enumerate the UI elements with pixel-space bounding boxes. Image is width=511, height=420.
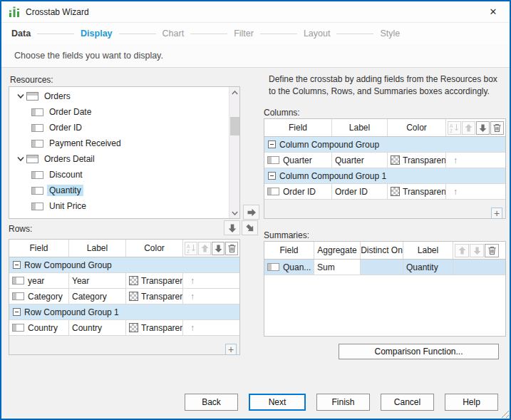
transparent-swatch-icon[interactable] bbox=[129, 323, 138, 332]
tree-item-payment-received[interactable]: Payment Received bbox=[9, 135, 229, 151]
sort-az-icon[interactable]: AZ bbox=[185, 242, 197, 255]
cancel-button[interactable]: Cancel bbox=[381, 394, 434, 411]
delete-icon[interactable] bbox=[485, 244, 499, 257]
column-header-distinct-on: Distinct On bbox=[361, 242, 403, 259]
columns-table-header: Field Label Color AZ bbox=[264, 119, 505, 137]
table-icon bbox=[26, 155, 38, 163]
delete-icon[interactable] bbox=[490, 121, 504, 135]
column-header-label: Label bbox=[403, 242, 453, 259]
move-up-icon[interactable] bbox=[462, 121, 475, 135]
step-divider bbox=[37, 34, 74, 34]
transparent-swatch-icon[interactable] bbox=[129, 276, 138, 285]
finish-button[interactable]: Finish bbox=[316, 394, 370, 411]
crosstab-chart-icon bbox=[9, 6, 20, 18]
delete-icon[interactable] bbox=[225, 242, 238, 255]
crosstab-wizard-dialog: Crosstab Wizard ✕ Data Display Chart Fil… bbox=[0, 0, 511, 420]
resources-label: Resources: bbox=[10, 75, 53, 85]
help-button[interactable]: Help bbox=[445, 394, 498, 411]
tree-item-orders-detail[interactable]: Orders Detail bbox=[9, 151, 229, 167]
aggregate-cell[interactable]: Sum bbox=[314, 260, 361, 275]
add-column-icon[interactable]: + bbox=[491, 208, 502, 219]
summaries-label: Summaries: bbox=[264, 230, 309, 240]
sort-ascending-icon[interactable]: ↑ bbox=[186, 276, 195, 286]
column-header-color: Color bbox=[388, 119, 446, 136]
scroll-up-icon[interactable] bbox=[229, 87, 240, 98]
collapse-minus-icon[interactable] bbox=[268, 172, 276, 180]
sort-ascending-icon[interactable]: ↑ bbox=[449, 187, 458, 197]
transparent-swatch-icon[interactable] bbox=[129, 292, 138, 301]
step-divider bbox=[336, 34, 373, 34]
add-to-rows-button[interactable] bbox=[224, 220, 240, 235]
rows-field-row-category[interactable]: Category Category Transparent ↑ bbox=[9, 289, 239, 304]
column-header-label: Label bbox=[69, 240, 126, 257]
tree-item-order-date[interactable]: Order Date bbox=[9, 104, 229, 120]
columns-field-row-order-id[interactable]: Order ID Order ID Transparent ↑ bbox=[264, 184, 505, 200]
sort-ascending-icon[interactable]: ↑ bbox=[449, 155, 458, 165]
transparent-swatch-icon[interactable] bbox=[391, 155, 400, 165]
close-icon[interactable]: ✕ bbox=[484, 4, 502, 21]
tree-item-unit-price[interactable]: Unit Price bbox=[9, 198, 229, 214]
tree-item-quantity[interactable]: Quantity bbox=[9, 183, 229, 198]
field-icon bbox=[267, 156, 279, 164]
next-button[interactable]: Next bbox=[249, 394, 306, 411]
step-display[interactable]: Display bbox=[81, 29, 112, 39]
row-group-header[interactable]: Row Compound Group 1 bbox=[9, 304, 239, 320]
back-button[interactable]: Back bbox=[185, 394, 238, 411]
tree-item-order-id[interactable]: Order ID bbox=[9, 120, 229, 135]
add-to-summaries-button[interactable] bbox=[242, 220, 258, 235]
wizard-subtitle: Choose the fields you want to display. bbox=[1, 44, 510, 68]
row-group-header[interactable]: Row Compound Group bbox=[9, 257, 239, 273]
scrollbar-thumb[interactable] bbox=[230, 117, 239, 135]
add-row-icon[interactable]: + bbox=[225, 344, 237, 355]
tree-item-orders[interactable]: Orders bbox=[9, 88, 229, 104]
collapse-minus-icon[interactable] bbox=[13, 308, 21, 316]
field-icon bbox=[12, 277, 24, 285]
chevron-down-icon[interactable] bbox=[16, 156, 25, 162]
collapse-minus-icon[interactable] bbox=[268, 140, 276, 148]
collapse-minus-icon[interactable] bbox=[13, 261, 21, 269]
summaries-row-quantity[interactable]: Quan... Sum Quantity bbox=[264, 260, 505, 275]
chevron-down-icon[interactable] bbox=[16, 93, 25, 99]
sort-ascending-icon[interactable]: ↑ bbox=[186, 292, 195, 302]
step-style[interactable]: Style bbox=[380, 29, 400, 39]
add-to-columns-button[interactable] bbox=[243, 205, 259, 220]
step-data[interactable]: Data bbox=[11, 29, 31, 39]
column-group-header[interactable]: Column Compound Group 1 bbox=[264, 168, 505, 184]
wizard-steps: Data Display Chart Filter Layout Style bbox=[1, 23, 510, 44]
dialog-footer: Back Next Finish Cancel Help bbox=[1, 386, 510, 420]
field-icon bbox=[31, 187, 43, 195]
tree-item-discount[interactable]: Discount bbox=[9, 167, 229, 183]
sort-az-icon[interactable]: AZ bbox=[448, 121, 461, 135]
columns-field-row-quarter[interactable]: Quarter Quarter Transparent ↑ bbox=[264, 153, 505, 168]
field-icon bbox=[267, 263, 279, 271]
svg-text:Z: Z bbox=[187, 248, 190, 253]
step-chart[interactable]: Chart bbox=[162, 29, 185, 39]
step-divider bbox=[260, 34, 297, 34]
title-bar: Crosstab Wizard ✕ bbox=[1, 1, 510, 23]
window-title: Crosstab Wizard bbox=[26, 7, 89, 17]
field-icon bbox=[31, 108, 43, 116]
comparison-function-button[interactable]: Comparison Function... bbox=[339, 344, 499, 359]
distinct-on-cell[interactable] bbox=[361, 260, 403, 275]
column-group-header[interactable]: Column Compound Group bbox=[264, 137, 505, 153]
transparent-swatch-icon[interactable] bbox=[391, 187, 400, 196]
move-up-icon[interactable] bbox=[455, 244, 469, 257]
column-header-color: Color bbox=[126, 240, 183, 257]
field-icon bbox=[31, 171, 43, 179]
rows-field-row-year[interactable]: year Year Transparent ↑ bbox=[9, 273, 239, 289]
move-down-icon[interactable] bbox=[470, 244, 484, 257]
step-layout[interactable]: Layout bbox=[304, 29, 331, 39]
columns-label: Columns: bbox=[264, 108, 300, 118]
move-down-icon[interactable] bbox=[212, 242, 224, 255]
move-down-icon[interactable] bbox=[476, 121, 490, 135]
scroll-down-icon[interactable] bbox=[229, 208, 240, 218]
sort-ascending-icon[interactable]: ↑ bbox=[186, 323, 195, 333]
tree-scrollbar[interactable] bbox=[229, 87, 239, 218]
rows-label: Rows: bbox=[9, 224, 32, 234]
field-icon bbox=[12, 324, 24, 332]
field-icon bbox=[31, 203, 43, 210]
rows-field-row-country[interactable]: Country Country Transparent ↑ bbox=[9, 320, 239, 336]
step-filter[interactable]: Filter bbox=[234, 29, 254, 39]
move-up-icon[interactable] bbox=[198, 242, 211, 255]
summary-label-cell[interactable]: Quantity bbox=[403, 260, 453, 275]
